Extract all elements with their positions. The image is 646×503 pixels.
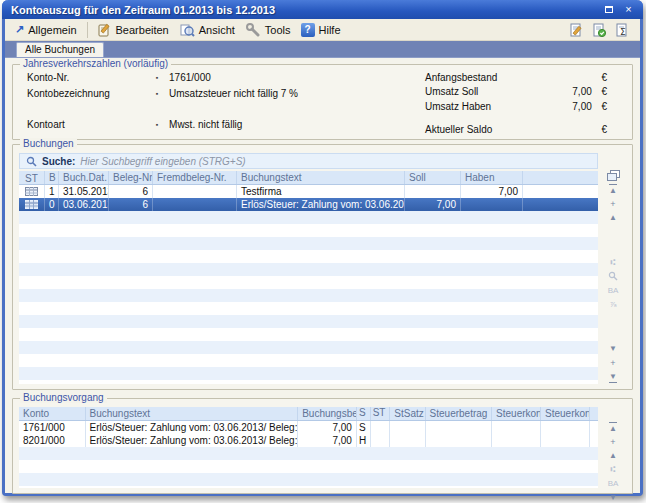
cell-steuerbetrag — [426, 434, 493, 447]
cell-date: 03.06.2013 — [59, 198, 109, 211]
menu-separator — [87, 22, 88, 38]
cell-buchungstext: Erlös/Steuer: Zahlung vom: 03.06.2013/ B… — [86, 434, 299, 447]
window-title: Kontoauszug für den Zeitraum 01.2013 bis… — [11, 4, 597, 16]
empty-row — [19, 315, 598, 328]
column-header[interactable]: Steuerkonto 2 — [541, 407, 590, 420]
field-value: Umsatzsteuer nicht fällig 7 % — [169, 88, 298, 99]
column-header[interactable]: Beleg-Nr. — [109, 171, 153, 184]
empty-row — [19, 460, 598, 473]
document-edit-icon[interactable] — [568, 22, 584, 38]
scroll-up-icon[interactable]: ▲ — [609, 212, 617, 224]
menu-bearbeiten[interactable]: Bearbeiten — [92, 20, 175, 40]
cell-s: S — [357, 421, 371, 434]
cell-st — [371, 421, 391, 434]
search-bar[interactable]: Suche: Hier Suchbegriff eingeben (STRG+S… — [19, 153, 598, 169]
column-header[interactable]: Buchungstext — [86, 407, 299, 420]
cell-steuerkonto2 — [541, 421, 590, 434]
menu-tools[interactable]: Tools — [241, 20, 297, 40]
restore-button[interactable] — [600, 3, 617, 17]
magnifier-page-icon — [179, 22, 195, 38]
empty-row — [19, 302, 598, 315]
search-grid-icon[interactable] — [608, 271, 618, 283]
ba-icon[interactable]: BA — [608, 478, 619, 490]
field-kontobezeichnung: Kontobezeichnung ▪ Umsatzsteuer nicht fä… — [27, 88, 298, 99]
empty-row — [19, 380, 598, 384]
titlebar: Kontoauszug für den Zeitraum 01.2013 bis… — [2, 0, 643, 19]
cell-haben — [461, 198, 523, 211]
tab-alle-buchungen[interactable]: Alle Buchungen — [16, 42, 104, 57]
ba-icon[interactable]: BA — [608, 285, 619, 297]
cell-konto: 8201/000 — [19, 434, 86, 447]
group-caption: Buchungsvorgang — [20, 392, 107, 403]
scroll-page-up-icon[interactable]: + — [610, 198, 615, 210]
group-jahresverkehrszahlen: Jahresverkehrszahlen (vorläufig) Konto-N… — [12, 64, 633, 140]
empty-row — [19, 354, 598, 367]
column-header[interactable]: Buchungstext — [237, 171, 405, 184]
table-row[interactable]: 1761/000 Erlös/Steuer: Zahlung vom: 03.0… — [19, 421, 598, 434]
document-check-icon[interactable] — [591, 22, 607, 38]
barcode-icon[interactable]: ⑆ — [611, 464, 616, 476]
bookings-header: ST B Buch.Dat. Beleg-Nr. Fremdbeleg-Nr. … — [19, 171, 598, 185]
fraction-icon[interactable]: ⅞ — [610, 299, 617, 311]
empty-row — [19, 289, 598, 302]
scroll-down-icon[interactable]: ▼ — [609, 492, 617, 503]
svg-text:Σ: Σ — [620, 27, 626, 37]
scroll-page-up-icon[interactable]: + — [610, 436, 615, 448]
search-input[interactable]: Hier Suchbegriff eingeben (STRG+S) — [80, 156, 245, 167]
window: Kontoauszug für den Zeitraum 01.2013 bis… — [2, 0, 643, 496]
column-header — [523, 171, 598, 184]
cell-steuerkonto1 — [492, 434, 541, 447]
column-header[interactable]: Fremdbeleg-Nr. — [153, 171, 237, 184]
cell-steuerkonto1 — [492, 421, 541, 434]
column-header[interactable]: Haben — [461, 171, 523, 184]
cell-fremdbeleg — [153, 185, 237, 198]
menu-hilfe[interactable]: ? Hilfe — [297, 21, 347, 39]
column-header[interactable]: Steuerbetrag — [426, 407, 493, 420]
scroll-down-icon[interactable]: ▼ — [609, 343, 617, 355]
group-caption: Jahresverkehrszahlen (vorläufig) — [20, 58, 171, 69]
document-sum-icon[interactable]: Σ — [614, 22, 630, 38]
column-header[interactable]: Soll — [405, 171, 461, 184]
column-chooser-icon[interactable] — [607, 170, 620, 182]
column-header[interactable]: ST — [371, 407, 391, 420]
empty-row — [19, 486, 598, 488]
booking-grid-icon — [19, 198, 45, 211]
column-header[interactable]: Buchungsbetrag — [298, 407, 357, 420]
cell-b: 1 — [45, 185, 59, 198]
scroll-bottom-icon[interactable]: ▼ — [609, 371, 617, 383]
field-value: 7,00 — [528, 101, 592, 112]
scroll-top-icon[interactable]: ▲ — [609, 422, 617, 434]
column-header[interactable]: Buch.Dat. — [59, 171, 109, 184]
cell-stsatz — [390, 421, 425, 434]
cell-steuerkonto2 — [541, 434, 590, 447]
column-header[interactable]: Steuerkonto 1 — [492, 407, 541, 420]
scroll-top-icon[interactable]: ▲ — [609, 184, 617, 196]
search-label: Suche: — [42, 156, 75, 167]
notebook-pencil-icon — [96, 22, 112, 38]
field-umsatz-haben: Umsatz Haben 7,00 € — [425, 101, 607, 112]
scroll-up-icon[interactable]: ▲ — [609, 450, 617, 462]
table-row[interactable]: 8201/000 Erlös/Steuer: Zahlung vom: 03.0… — [19, 434, 598, 447]
currency-symbol: € — [602, 124, 608, 135]
column-header[interactable]: S — [357, 407, 371, 420]
table-row-selected[interactable]: 0 03.06.2013 6 Erlös/Steuer: Zahlung vom… — [19, 198, 598, 211]
column-header[interactable]: ST — [19, 171, 45, 184]
currency-symbol: € — [602, 72, 608, 83]
transaction-scroll-strip: ▲ + ▲ ⑆ BA ▼ — [600, 421, 626, 488]
column-header[interactable]: Konto — [19, 407, 86, 420]
field-value: Mwst. nicht fällig — [169, 119, 242, 130]
menu-allgemein[interactable]: ↗ Allgemein — [11, 21, 83, 38]
cell-buchungstext: Erlös/Steuer: Zahlung vom: 03.06.2013/ B… — [86, 421, 299, 434]
barcode-icon[interactable]: ⑆ — [611, 257, 616, 269]
empty-rows — [19, 211, 598, 384]
menu-ansicht[interactable]: Ansicht — [175, 20, 241, 40]
close-button[interactable]: × — [620, 3, 637, 17]
column-header[interactable]: StSatz — [390, 407, 425, 420]
scroll-page-down-icon[interactable]: + — [610, 357, 615, 369]
table-row[interactable]: 1 31.05.2013 6 Testfirma 7,00 — [19, 185, 598, 198]
transaction-body: 1761/000 Erlös/Steuer: Zahlung vom: 03.0… — [19, 421, 598, 488]
empty-row — [19, 473, 598, 486]
field-value: 1761/000 — [169, 72, 211, 83]
column-header[interactable]: B — [45, 171, 59, 184]
empty-rows — [19, 447, 598, 488]
